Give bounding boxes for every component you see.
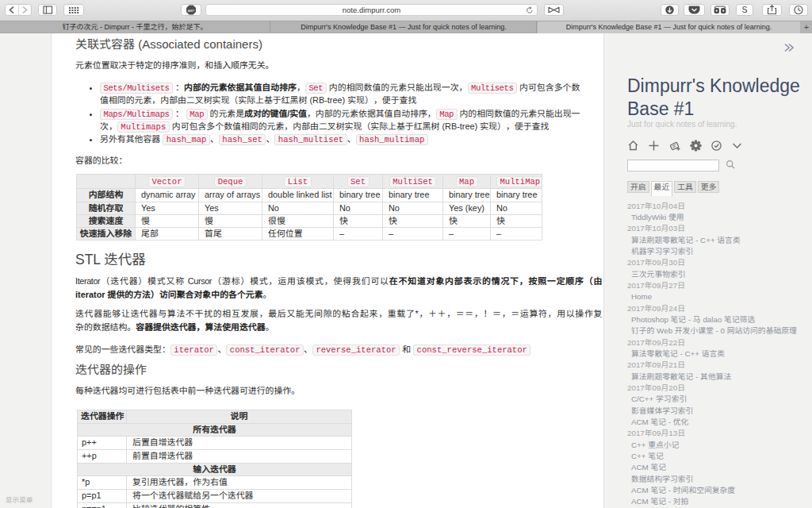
svg-text:ABP: ABP <box>188 9 195 13</box>
